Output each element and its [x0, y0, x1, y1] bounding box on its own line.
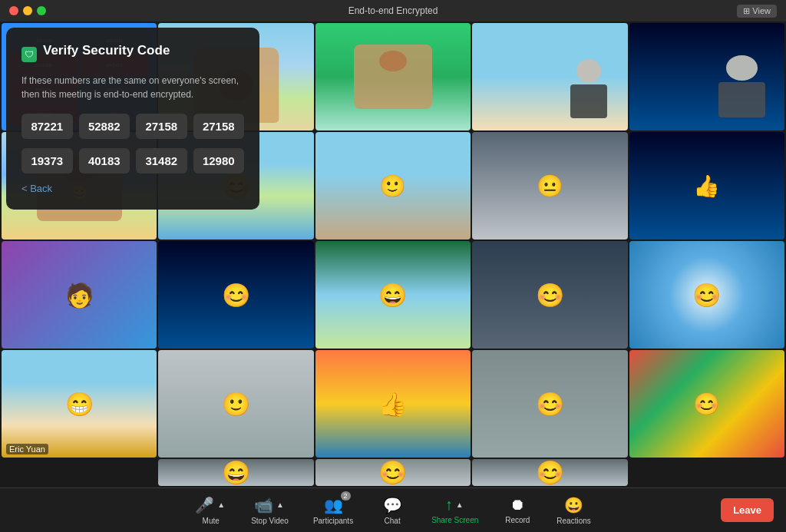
video-tile-10: 👍 [629, 132, 784, 240]
share-arrow[interactable]: ▲ [454, 499, 465, 511]
view-button[interactable]: ⊞ View [737, 5, 777, 18]
video-tile-3 [315, 23, 471, 131]
security-codes-row2: 19373 40183 31482 12980 [21, 148, 244, 173]
stop-video-button[interactable]: 📹 ▲ Stop Video [239, 493, 301, 528]
video-grid: zoom zoom moos moos moos zoom moos Hi [0, 21, 786, 487]
participants-badge: 2 [341, 491, 351, 501]
video-tile-8: 🙂 [315, 132, 471, 240]
video-tile-empty-1 [2, 459, 157, 486]
security-title: Verify Security Code [43, 43, 170, 58]
participants-button[interactable]: 👥 2 Participants [301, 493, 365, 528]
code-5: 19373 [21, 148, 73, 173]
video-icon: 📹 [254, 496, 273, 514]
video-tile-empty-2 [629, 459, 784, 486]
code-6: 40183 [79, 148, 130, 173]
window-title: End-to-end Encrypted [348, 5, 438, 16]
security-codes-row1: 87221 52882 27158 27158 [21, 114, 244, 139]
mute-arrow[interactable]: ▲ [216, 499, 226, 511]
participants-label: Participants [313, 517, 353, 525]
share-screen-label: Share Screen [431, 516, 478, 524]
video-tile-13: 😄 [315, 241, 471, 349]
video-tile-19: 😊 [472, 350, 627, 458]
code-7: 31482 [136, 148, 187, 173]
video-tile-21: 😄 [158, 459, 313, 486]
code-2: 52882 [79, 114, 130, 139]
video-tile-20: 😊 [629, 350, 784, 458]
chat-label: Chat [385, 517, 401, 525]
participant-name-eric-yuan: Eric Yuan [6, 444, 48, 454]
video-tile-11: 🧑 [2, 241, 157, 349]
back-label: < Back [21, 183, 52, 194]
minimize-button[interactable] [23, 6, 32, 15]
reactions-button[interactable]: 😀 Reactions [544, 493, 603, 528]
mic-icon: 🎤 [195, 496, 214, 514]
reactions-label: Reactions [556, 517, 590, 525]
record-label: Record [505, 516, 530, 524]
code-1: 87221 [21, 114, 73, 139]
video-tile-23: 😊 [472, 459, 627, 486]
mute-button[interactable]: 🎤 ▲ Mute [183, 493, 239, 528]
video-tile-15: 😊 [629, 241, 784, 349]
video-tile-17: 🙂 [158, 350, 313, 458]
share-screen-button[interactable]: ↑ ▲ Share Screen [419, 493, 490, 527]
video-tile-eric-yuan: 😁 Eric Yuan [2, 350, 157, 458]
stop-video-label: Stop Video [251, 517, 289, 525]
video-tile-5 [629, 23, 784, 131]
chat-icon: 💬 [383, 496, 402, 514]
reactions-icon: 😀 [564, 496, 583, 514]
video-tile-4 [472, 23, 627, 131]
security-description: If these numbers are the same on everyon… [21, 74, 244, 101]
video-arrow[interactable]: ▲ [275, 499, 286, 511]
participants-icon: 👥 [324, 497, 343, 514]
video-tile-18: 👍 [315, 350, 471, 458]
leave-button[interactable]: Leave [721, 498, 774, 522]
traffic-lights [9, 6, 46, 15]
shield-icon: 🛡 [21, 47, 37, 62]
code-3: 27158 [136, 114, 187, 139]
video-tile-14: 😊 [472, 241, 627, 349]
maximize-button[interactable] [37, 6, 46, 15]
record-icon: ⏺ [510, 496, 525, 514]
record-button[interactable]: ⏺ Record [490, 493, 544, 527]
chat-button[interactable]: 💬 Chat [365, 493, 419, 528]
security-panel: 🛡 Verify Security Code If these numbers … [6, 28, 259, 210]
video-tile-12: 😊 [158, 241, 313, 349]
share-screen-icon: ↑ [445, 496, 453, 514]
video-tile-9: 😐 [472, 132, 627, 240]
video-tile-22: 😊 [315, 459, 471, 486]
mute-label: Mute [203, 517, 220, 525]
close-button[interactable] [9, 6, 18, 15]
back-button[interactable]: < Back [21, 183, 244, 194]
title-bar: End-to-end Encrypted ⊞ View [0, 0, 786, 21]
code-4: 27158 [193, 114, 245, 139]
code-8: 12980 [193, 148, 245, 173]
toolbar: 🎤 ▲ Mute 📹 ▲ Stop Video 👥 2 Participants… [0, 487, 786, 532]
